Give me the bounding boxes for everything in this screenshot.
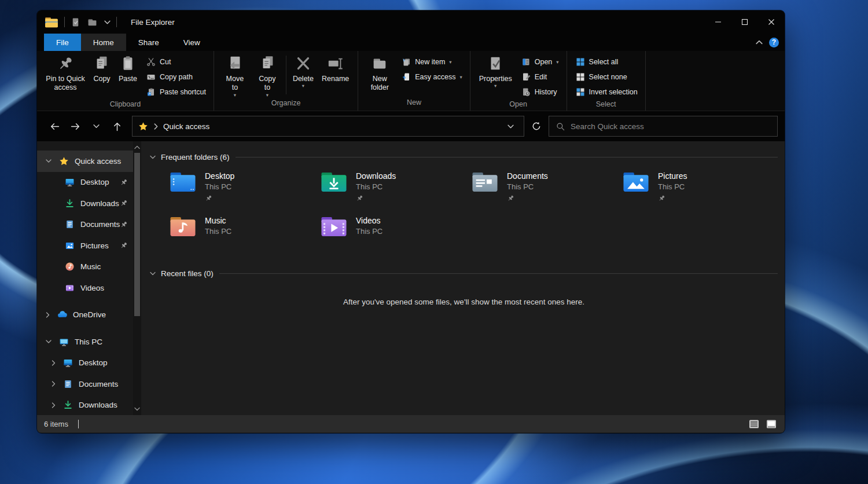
sidebar-item-this-pc[interactable]: This PC — [37, 331, 133, 353]
sidebar-item-desktop[interactable]: Desktop — [37, 172, 133, 193]
tile-location: This PC — [356, 182, 396, 192]
pin-to-quick-access-button[interactable]: Pin to Quick access — [42, 54, 89, 93]
documents-icon — [65, 219, 75, 229]
rename-button[interactable]: Rename — [318, 54, 353, 84]
folder-tile-pictures[interactable]: Pictures This PC — [621, 170, 773, 202]
paste-shortcut-button[interactable]: Paste shortcut — [144, 85, 209, 99]
frequent-folders-header[interactable]: Frequent folders (6) — [150, 151, 778, 163]
address-box[interactable]: Quick access — [132, 116, 524, 137]
open-button[interactable]: Open ▾ — [518, 55, 562, 69]
select-all-grid-icon — [576, 57, 585, 67]
folder-tile-downloads[interactable]: Downloads This PC — [319, 170, 470, 202]
address-dropdown-button[interactable] — [503, 124, 518, 129]
paste-button[interactable]: Paste — [115, 54, 141, 84]
history-button[interactable]: History — [518, 85, 562, 99]
chevron-right-icon[interactable] — [52, 360, 56, 366]
new-item-button[interactable]: New item ▾ — [399, 55, 465, 69]
folder-tile-music[interactable]: Music This PC — [168, 215, 319, 247]
customize-toolbar-chevron-icon[interactable] — [104, 20, 111, 24]
recent-locations-button[interactable] — [86, 116, 106, 136]
button-label: Open — [535, 58, 553, 66]
scroll-up-icon[interactable] — [134, 145, 140, 150]
sidebar-item-label: Pictures — [80, 241, 109, 250]
sidebar-item-pc-documents[interactable]: Documents — [37, 373, 133, 395]
sidebar-item-pc-downloads[interactable]: Downloads — [37, 395, 133, 416]
documents-icon — [63, 379, 73, 389]
details-view-button[interactable] — [748, 419, 760, 430]
delete-x-icon — [295, 55, 312, 72]
properties-quick-icon[interactable] — [71, 17, 80, 27]
scroll-down-icon[interactable] — [134, 406, 140, 412]
sidebar-item-pc-desktop[interactable]: Desktop — [37, 353, 133, 374]
back-button[interactable] — [44, 116, 65, 136]
tab-home[interactable]: Home — [81, 34, 126, 51]
tab-share[interactable]: Share — [126, 34, 171, 51]
sidebar-item-documents[interactable]: Documents — [37, 214, 133, 236]
properties-button[interactable]: Properties ▾ — [475, 54, 516, 89]
sidebar-item-onedrive[interactable]: OneDrive — [37, 305, 133, 326]
chevron-down-icon[interactable] — [150, 272, 156, 276]
invert-selection-button[interactable]: Invert selection — [573, 85, 641, 99]
search-box[interactable] — [549, 116, 778, 137]
downloads-icon — [65, 199, 75, 208]
copy-icon — [93, 55, 111, 72]
sidebar-item-videos[interactable]: Videos — [37, 277, 133, 299]
chevron-right-icon[interactable] — [52, 381, 56, 387]
sidebar-group-gap — [37, 325, 133, 331]
section-title: Recent files (0) — [161, 269, 214, 278]
button-label: Copy path — [160, 73, 193, 81]
forward-button[interactable] — [65, 116, 86, 136]
copy-path-button[interactable]: Copy path — [144, 70, 209, 84]
chevron-down-icon[interactable] — [46, 339, 52, 344]
sidebar-item-label: Quick access — [75, 157, 121, 166]
sidebar-item-quick-access[interactable]: Quick access — [37, 151, 133, 172]
details-view-icon — [749, 419, 760, 429]
ribbon-group-clipboard: Pin to Quick access Copy Paste Cut — [37, 51, 214, 111]
breadcrumb[interactable]: Quick access — [163, 122, 209, 131]
collapse-ribbon-icon[interactable] — [756, 40, 763, 45]
new-folder-button[interactable]: New folder — [363, 54, 396, 93]
search-input[interactable] — [571, 122, 770, 131]
up-button[interactable] — [106, 116, 127, 136]
folder-tile-videos[interactable]: Videos This PC — [319, 215, 470, 247]
chevron-right-icon[interactable] — [52, 402, 56, 408]
sidebar-item-downloads[interactable]: Downloads — [37, 193, 133, 214]
refresh-button[interactable] — [524, 116, 549, 136]
chevron-down-icon[interactable] — [150, 155, 156, 159]
sidebar-scrollbar[interactable] — [133, 141, 141, 415]
tab-view[interactable]: View — [171, 34, 212, 51]
quick-access-star-icon — [138, 122, 148, 131]
copy-button[interactable]: Copy — [89, 54, 115, 84]
minimize-button[interactable] — [705, 10, 731, 34]
select-all-button[interactable]: Select all — [573, 55, 641, 69]
folder-tile-documents[interactable]: Documents This PC — [470, 170, 621, 202]
explorer-body: Quick access Desktop Downloads — [37, 141, 785, 415]
history-icon — [521, 87, 531, 97]
tile-name: Music — [205, 215, 231, 226]
select-none-button[interactable]: Select none — [573, 70, 641, 84]
tile-location: This PC — [658, 182, 687, 192]
cut-button[interactable]: Cut — [144, 55, 209, 69]
new-folder-quick-icon[interactable] — [87, 17, 97, 27]
tab-file[interactable]: File — [44, 34, 81, 51]
folder-tile-desktop[interactable]: Desktop This PC — [168, 170, 319, 202]
copy-to-button[interactable]: Copy to ▾ — [251, 54, 284, 98]
tile-location: This PC — [205, 182, 234, 192]
recent-files-header[interactable]: Recent files (0) — [150, 267, 778, 279]
delete-button[interactable]: Delete ▾ — [289, 54, 318, 89]
move-to-button[interactable]: Move to ▾ — [219, 54, 251, 98]
help-button[interactable]: ? — [769, 38, 779, 47]
desktop-icon — [63, 358, 73, 368]
chevron-down-icon[interactable] — [46, 158, 52, 164]
sidebar-item-pictures[interactable]: Pictures — [37, 235, 133, 256]
sidebar-item-music[interactable]: Music — [37, 256, 133, 278]
button-label: Edit — [535, 73, 547, 81]
close-button[interactable] — [758, 10, 785, 34]
scrollbar-thumb[interactable] — [134, 153, 140, 316]
edit-button[interactable]: Edit — [518, 70, 562, 84]
large-icons-view-button[interactable] — [766, 419, 778, 430]
maximize-button[interactable] — [731, 10, 758, 34]
chevron-right-icon[interactable] — [46, 312, 50, 318]
breadcrumb-chevron-icon[interactable] — [154, 123, 158, 130]
easy-access-button[interactable]: Easy access ▾ — [399, 70, 465, 84]
